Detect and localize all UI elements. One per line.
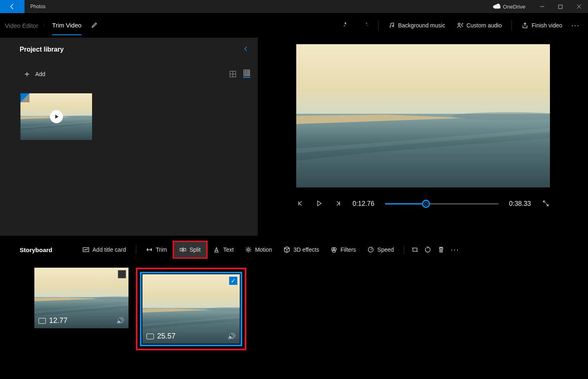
breadcrumb-root[interactable]: Video Editor	[5, 22, 38, 29]
split-label: Split	[189, 246, 201, 253]
svg-rect-24	[180, 248, 182, 251]
resize-button[interactable]	[408, 241, 421, 259]
onedrive-status[interactable]: OneDrive	[494, 4, 525, 10]
trim-button[interactable]: Trim	[140, 241, 173, 259]
video-preview[interactable]	[296, 44, 550, 187]
rotate-icon	[425, 246, 431, 253]
finish-video-label: Finish video	[532, 22, 562, 29]
top-toolbar: Video Editor 〉 Trim Video Background mus…	[0, 13, 588, 38]
current-time: 0:12.76	[353, 200, 374, 208]
motion-icon	[245, 246, 252, 253]
clip-duration: 12.77	[49, 316, 68, 325]
duration: 0:38.33	[509, 200, 531, 208]
custom-audio-button[interactable]: Custom audio	[451, 17, 507, 34]
trim-icon	[146, 246, 153, 253]
collapse-library-button[interactable]	[243, 45, 249, 54]
add-label: Add	[35, 71, 45, 77]
onedrive-label: OneDrive	[503, 4, 525, 10]
filters-icon	[331, 246, 337, 253]
speed-label: Speed	[377, 246, 394, 253]
split-button[interactable]: Split	[173, 241, 207, 259]
custom-audio-label: Custom audio	[466, 22, 502, 29]
svg-point-27	[248, 249, 250, 251]
maximize-button[interactable]	[551, 0, 570, 13]
speed-button[interactable]: Speed	[362, 241, 399, 259]
clip-duration: 25.57	[157, 332, 176, 341]
play-button[interactable]	[315, 200, 323, 208]
add-title-card-button[interactable]: Add title card	[77, 241, 132, 259]
svg-rect-25	[184, 248, 186, 251]
cloud-icon	[494, 5, 500, 9]
crop-icon	[412, 246, 418, 253]
background-music-button[interactable]: Background music	[383, 17, 451, 34]
delete-button[interactable]	[435, 241, 448, 259]
3d-effects-button[interactable]: 3D effects	[278, 241, 325, 259]
speed-icon	[367, 246, 374, 253]
more-button[interactable]: ···	[568, 17, 583, 34]
film-icon	[38, 318, 46, 324]
film-icon	[146, 334, 154, 339]
fullscreen-button[interactable]	[542, 200, 550, 208]
storyboard-toolbar: Storyboard Add title card Trim Split Tex…	[0, 239, 588, 260]
clip-checkbox[interactable]: ✓	[229, 277, 237, 285]
close-button[interactable]	[570, 0, 588, 13]
storyboard-title: Storyboard	[20, 246, 52, 253]
redo-button[interactable]	[356, 17, 374, 34]
seek-slider[interactable]	[385, 200, 498, 208]
undo-button[interactable]	[338, 17, 356, 34]
chevron-right-icon: 〉	[43, 23, 47, 28]
text-label: Text	[223, 246, 234, 253]
filters-button[interactable]: Filters	[325, 241, 362, 259]
frame-forward-button[interactable]	[334, 200, 342, 208]
storyboard-clip[interactable]: 12.77 🔊	[34, 268, 128, 328]
person-audio-icon	[457, 22, 463, 29]
volume-icon[interactable]: 🔊	[228, 332, 236, 340]
trash-icon	[438, 246, 444, 253]
library-clip-thumbnail[interactable]	[20, 93, 92, 140]
text-icon	[213, 246, 220, 253]
seek-thumb[interactable]	[422, 200, 430, 208]
trim-label: Trim	[156, 246, 167, 253]
finish-video-button[interactable]: Finish video	[516, 17, 568, 34]
preview-panel: 0:12.76 0:38.33	[258, 38, 588, 236]
add-media-button[interactable]: ＋ Add	[23, 68, 45, 79]
project-library-panel: Project library ＋ Add	[0, 38, 258, 236]
breadcrumb-current[interactable]: Trim Video	[52, 22, 81, 35]
back-button[interactable]	[0, 0, 25, 13]
storyboard-dropzone[interactable]	[254, 268, 348, 328]
storyboard-clips: 12.77 🔊 ✓ 25.57 🔊	[0, 260, 588, 350]
filters-label: Filters	[340, 246, 356, 253]
export-icon	[522, 22, 528, 29]
library-title: Project library	[20, 46, 243, 53]
motion-label: Motion	[255, 246, 272, 253]
storyboard-clip-selected-highlight: ✓ 25.57 🔊	[136, 268, 246, 350]
title-card-icon	[83, 246, 89, 253]
add-title-card-label: Add title card	[92, 246, 126, 253]
motion-button[interactable]: Motion	[239, 241, 278, 259]
playback-controls: 0:12.76 0:38.33	[296, 200, 550, 208]
clip-checkbox[interactable]	[118, 270, 126, 278]
app-title: Photos	[30, 4, 45, 9]
music-icon	[388, 22, 395, 29]
minimize-button[interactable]	[533, 0, 551, 13]
volume-icon[interactable]: 🔊	[116, 317, 124, 325]
svg-rect-5	[559, 5, 562, 9]
breadcrumb: Video Editor 〉 Trim Video	[5, 22, 98, 29]
play-icon	[50, 110, 63, 123]
storyboard-more-button[interactable]: ···	[448, 241, 463, 259]
3d-effects-label: 3D effects	[293, 246, 319, 253]
cube-icon	[284, 246, 290, 253]
title-bar: Photos OneDrive	[0, 0, 588, 13]
svg-point-8	[458, 23, 460, 25]
grid-small-view-button[interactable]	[243, 70, 250, 78]
svg-rect-12	[244, 70, 250, 76]
svg-marker-17	[55, 115, 59, 119]
svg-marker-19	[318, 201, 321, 206]
text-button[interactable]: Text	[207, 241, 239, 259]
frame-back-button[interactable]	[296, 200, 304, 208]
rotate-button[interactable]	[421, 241, 435, 259]
rename-button[interactable]	[91, 22, 98, 29]
in-use-indicator-icon	[20, 93, 29, 102]
grid-large-view-button[interactable]	[229, 70, 237, 78]
storyboard-clip[interactable]: ✓ 25.57 🔊	[142, 274, 240, 344]
